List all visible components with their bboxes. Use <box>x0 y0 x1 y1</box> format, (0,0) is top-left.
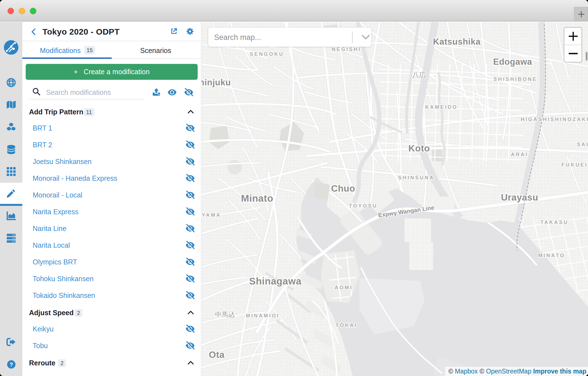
svg-text:Ota: Ota <box>209 350 225 360</box>
svg-text:Urayasu: Urayasu <box>501 192 538 203</box>
svg-text:Katsushika: Katsushika <box>433 37 481 47</box>
svg-text:TAKASU: TAKASU <box>541 220 569 225</box>
svg-text:HIGASHISHINOZAKI: HIGASHISHINOZAKI <box>521 117 588 122</box>
svg-text:MINAMIOI: MINAMIOI <box>246 313 280 319</box>
svg-text:MINATO: MINATO <box>538 253 565 258</box>
svg-text:SENGOKU: SENGOKU <box>250 51 284 57</box>
svg-text:Edogawa: Edogawa <box>493 57 532 67</box>
svg-text:SAIWA: SAIWA <box>577 142 588 147</box>
svg-text:TŌKAI: TŌKAI <box>336 322 358 328</box>
svg-text:SHINSUNA: SHINSUNA <box>398 175 434 180</box>
svg-text:YAMA: YAMA <box>202 212 221 218</box>
svg-text:SHISHIBONE: SHISHIBONE <box>493 76 537 82</box>
svg-text:AOMI: AOMI <box>335 285 353 290</box>
svg-text:Koto: Koto <box>408 143 430 153</box>
svg-text:中馬込: 中馬込 <box>215 311 235 318</box>
svg-text:NEGISHI: NEGISHI <box>332 47 361 52</box>
svg-text:TOYOSU: TOYOSU <box>349 203 378 209</box>
svg-text:Chuo: Chuo <box>331 183 355 194</box>
svg-text:FUKUEI: FUKUEI <box>561 162 588 168</box>
svg-text:hinjuku: hinjuku <box>201 78 231 87</box>
svg-text:Shinagawa: Shinagawa <box>249 276 301 286</box>
svg-text:KAMEIDO: KAMEIDO <box>425 104 458 110</box>
svg-text:Minato: Minato <box>241 193 273 204</box>
svg-text:?: ? <box>9 361 13 368</box>
svg-text:ARAI: ARAI <box>511 152 528 157</box>
svg-text:八広: 八広 <box>412 71 426 79</box>
